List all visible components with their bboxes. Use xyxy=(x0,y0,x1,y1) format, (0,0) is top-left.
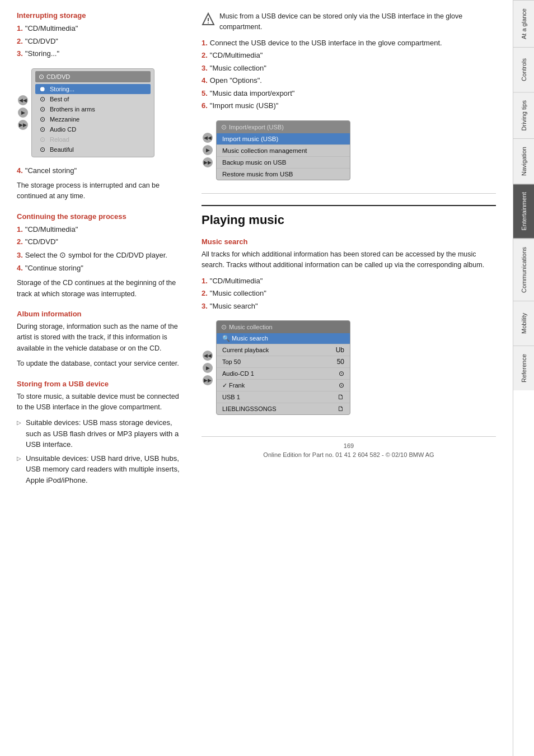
play-button[interactable]: ▶ xyxy=(18,108,28,118)
import-export-screen: ⊙ Import/export (USB) Import music (USB)… xyxy=(216,120,350,180)
next-button-r[interactable]: ▶▶ xyxy=(203,157,213,167)
coll-row-top50: Top 50 50 xyxy=(217,356,350,368)
cd-dvd-screen: ◀◀ ▶ ▶▶ ⊙ CD/DVD ⏺ Storing... ⊙ Bes xyxy=(17,64,185,162)
list-item: Suitable devices: USB mass storage devic… xyxy=(17,417,185,450)
usb-info-text: Music from a USB device can be stored on… xyxy=(219,11,496,33)
usb-bullets: Suitable devices: USB mass storage devic… xyxy=(17,417,185,486)
screen-title: ⊙ CD/DVD xyxy=(35,71,151,82)
svg-point-2 xyxy=(208,22,209,24)
tab-at-a-glance[interactable]: At a glance xyxy=(513,0,534,47)
usb-row-restore: Restore music from USB xyxy=(217,169,350,180)
coll-row-usb1: USB 1 🗋 xyxy=(217,391,350,403)
cd-icon-coll: ⊙ xyxy=(221,323,227,331)
tab-entertainment[interactable]: Entertainment xyxy=(513,184,534,238)
screen-row-brothers: ⊙ Brothers in arms xyxy=(35,104,151,114)
music-collection-screen: ◀◀ ▶ ▶▶ ⊙ Music collection 🔍 Music searc… xyxy=(202,316,496,419)
list-item: 2."CD/DVD" xyxy=(17,36,185,47)
coll-row-search: 🔍 Music search xyxy=(217,333,350,344)
collection-screen-display: ⊙ Music collection 🔍 Music search Curren… xyxy=(216,320,350,415)
tab-controls[interactable]: Controls xyxy=(513,47,534,92)
screen-row-mezzanine: ⊙ Mezzanine xyxy=(35,114,151,124)
list-item: 4."Continue storing" xyxy=(17,263,185,274)
music-icon: ⊙ xyxy=(39,95,46,103)
list-item: 2."CD/Multimedia" xyxy=(202,50,496,61)
cd-icon: ⊙ xyxy=(39,73,44,81)
screen-row-storing: ⏺ Storing... xyxy=(35,84,151,94)
usb-screen-title: ⊙ Import/export (USB) xyxy=(217,121,350,133)
cd-icon-usb: ⊙ xyxy=(221,123,227,131)
sidebar-tabs: At a glance Controls Driving tips Naviga… xyxy=(513,0,534,756)
usb-row-backup: Backup music on USB xyxy=(217,157,350,169)
music-icon: ⊙ xyxy=(39,105,46,113)
coll-row-audiocd1: Audio-CD 1 ⊙ xyxy=(217,368,350,380)
continuing-heading: Continuing the storage process xyxy=(17,212,185,221)
coll-row-frank: ✓ Frank ⊙ xyxy=(217,380,350,391)
storing-usb-heading: Storing from a USB device xyxy=(17,380,185,388)
cd-dvd-screen-display: ⊙ CD/DVD ⏺ Storing... ⊙ Best of ⊙ Brothe… xyxy=(31,68,154,157)
usb-row-management: Music collection management xyxy=(217,145,350,157)
play-button-c[interactable]: ▶ xyxy=(203,363,213,373)
screen-row-reload: ⊙ Reload xyxy=(35,134,151,144)
player-controls-coll: ◀◀ ▶ ▶▶ xyxy=(202,316,214,419)
list-item: 1.Connect the USB device to the USB inte… xyxy=(202,38,496,49)
list-item: 2."Music collection" xyxy=(202,288,496,299)
tab-mobility[interactable]: Mobility xyxy=(513,301,534,346)
interrupting-body: The storage process is interrupted and c… xyxy=(17,180,185,202)
page-footer: 169 Online Edition for Part no. 01 41 2 … xyxy=(202,436,496,458)
screen-row-bestof: ⊙ Best of xyxy=(35,94,151,104)
list-item: 1."CD/Multimedia" xyxy=(202,276,496,287)
music-icon: ⊙ xyxy=(39,125,46,133)
music-search-steps: 1."CD/Multimedia" 2."Music collection" 3… xyxy=(202,276,496,312)
play-button-r[interactable]: ▶ xyxy=(203,145,213,155)
music-icon: ⊙ xyxy=(39,146,46,153)
list-item: 3.Select the ⊙ symbol for the CD/DVD pla… xyxy=(17,249,185,261)
screen-row-audiocd: ⊙ Audio CD xyxy=(35,124,151,134)
info-triangle-icon xyxy=(202,12,215,26)
list-item: 3."Music search" xyxy=(202,301,496,312)
coll-row-lieblingssongs: LIEBLINGSSONGS 🗋 xyxy=(217,403,350,414)
list-item: 3."Music collection" xyxy=(202,63,496,74)
tab-driving-tips[interactable]: Driving tips xyxy=(513,92,534,138)
coll-row-current: Current playback Ub xyxy=(217,344,350,356)
storing-usb-body: To store music, a suitable device must b… xyxy=(17,391,185,413)
page-number: 169 xyxy=(202,442,496,449)
list-item: 6."Import music (USB)" xyxy=(202,100,496,111)
storing-icon: ⏺ xyxy=(39,85,46,93)
section-divider xyxy=(202,193,496,194)
music-icon: ⊙ xyxy=(39,136,46,143)
usb-import-screen: ◀◀ ▶ ▶▶ ⊙ Import/export (USB) Import mus… xyxy=(202,116,496,185)
prev-button-c[interactable]: ◀◀ xyxy=(203,351,213,361)
album-heading: Album information xyxy=(17,310,185,318)
list-item: 1."CD/Multimedia" xyxy=(17,224,185,235)
list-item: 4."Cancel storing" xyxy=(17,165,185,176)
continuing-body: Storage of the CD continues at the begin… xyxy=(17,278,185,300)
tab-communications[interactable]: Communications xyxy=(513,239,534,301)
next-button[interactable]: ▶▶ xyxy=(18,120,28,130)
usb-row-import: Import music (USB) xyxy=(217,133,350,145)
continuing-steps-list: 1."CD/Multimedia" 2."CD/DVD" 3.Select th… xyxy=(17,224,185,274)
list-item: 3."Storing..." xyxy=(17,48,185,59)
music-search-body: All tracks for which additional informat… xyxy=(202,249,496,271)
album-body1: During storage, information such as the … xyxy=(17,321,185,354)
tab-reference[interactable]: Reference xyxy=(513,346,534,390)
player-controls: ◀◀ ▶ ▶▶ xyxy=(17,64,29,162)
usb-steps-list: 1.Connect the USB device to the USB inte… xyxy=(202,38,496,111)
music-icon: ⊙ xyxy=(39,115,46,123)
list-item: 4.Open "Options". xyxy=(202,75,496,86)
list-item: 1."CD/Multimedia" xyxy=(17,23,185,34)
prev-button[interactable]: ◀◀ xyxy=(18,95,28,105)
list-item: Unsuitable devices: USB hard drive, USB … xyxy=(17,453,185,486)
list-item: 5."Music data import/export" xyxy=(202,88,496,99)
next-button-c[interactable]: ▶▶ xyxy=(203,375,213,385)
step4-list: 4."Cancel storing" xyxy=(17,165,185,176)
playing-music-heading: Playing music xyxy=(202,205,496,227)
usb-info-box: Music from a USB device can be stored on… xyxy=(202,11,496,33)
collection-title: ⊙ Music collection xyxy=(217,321,350,333)
tab-navigation[interactable]: Navigation xyxy=(513,138,534,184)
prev-button-r[interactable]: ◀◀ xyxy=(203,133,213,143)
interrupting-steps-list: 1."CD/Multimedia" 2."CD/DVD" 3."Storing.… xyxy=(17,23,185,59)
player-controls-right: ◀◀ ▶ ▶▶ xyxy=(202,116,214,185)
screen-row-beautiful: ⊙ Beautiful xyxy=(35,144,151,155)
list-item: 2."CD/DVD" xyxy=(17,236,185,248)
footer-note: Online Edition for Part no. 01 41 2 604 … xyxy=(202,451,496,458)
